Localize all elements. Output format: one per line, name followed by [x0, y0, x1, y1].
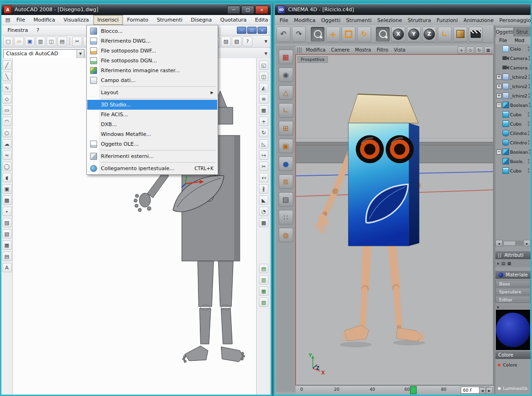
live-selection-button[interactable]	[311, 27, 325, 42]
menu-struttura[interactable]: Struttura	[405, 16, 434, 25]
channel-toggle-icon[interactable]: ●	[498, 386, 501, 390]
rotate-icon[interactable]: ↻	[259, 128, 268, 137]
render-view-button[interactable]	[469, 27, 483, 42]
expand-icon[interactable]: +	[496, 93, 502, 98]
material-panel-header[interactable]: Materiale	[495, 271, 531, 279]
lock-x-axis-button[interactable]: X	[391, 27, 405, 42]
circle-icon[interactable]: ○	[2, 128, 12, 137]
menu-oggetti[interactable]: Oggetti	[318, 16, 343, 25]
viewport-menu-vista[interactable]: Vista	[391, 46, 409, 53]
visibility-dots-icon[interactable]	[528, 56, 531, 60]
extend-icon[interactable]: ↤	[259, 173, 268, 182]
tree-item-boolean[interactable]: − Boolean	[495, 147, 531, 157]
tree-item-cilindro[interactable]: Cilindro	[495, 128, 531, 138]
current-tool-button[interactable]	[376, 27, 390, 42]
menu-item-oggetto-ole[interactable]: Oggetto OLE...	[87, 139, 217, 149]
texture-mode-icon[interactable]: ●	[279, 157, 293, 171]
layer-freeze-icon[interactable]: ▥	[259, 275, 268, 284]
channel-colore[interactable]: ● Colore	[495, 361, 531, 369]
menu-item-dxb[interactable]: DXB...	[87, 120, 217, 129]
material-preview[interactable]	[496, 310, 530, 350]
visibility-dots-icon[interactable]	[529, 149, 531, 154]
om-menu-file[interactable]: File	[495, 37, 511, 44]
visibility-dots-icon[interactable]	[528, 121, 531, 126]
ellipse-arc-icon[interactable]: ◖	[2, 173, 12, 182]
rectangle-icon[interactable]: ▭	[2, 105, 12, 115]
menu-item-riferimento-dwg[interactable]: Riferimento DWG...	[87, 36, 217, 46]
redo-button[interactable]: ↷	[292, 27, 306, 42]
make-block-icon[interactable]: ▩	[2, 195, 12, 205]
revision-cloud-icon[interactable]: ☁	[2, 139, 12, 149]
menu-strumenti[interactable]: Strumenti	[152, 15, 187, 25]
zoom-view-icon[interactable]: ◇	[466, 46, 474, 54]
visibility-dots-icon[interactable]	[528, 159, 531, 164]
layer-isolate-icon[interactable]: ▤	[259, 264, 268, 273]
collapse-icon[interactable]: −	[496, 149, 502, 155]
plot-preview-button[interactable]: ◫	[46, 37, 56, 46]
current-frame-marker[interactable]	[410, 386, 417, 394]
animation-timeline[interactable]: 0 20 40 60 80 60 F ▲ ▼ ◀ ▶	[296, 385, 494, 395]
preview-collapse-icon[interactable]: ▼	[497, 306, 499, 309]
scale-icon[interactable]: ◺	[259, 139, 268, 149]
polygon-icon[interactable]: ◇	[2, 94, 12, 104]
om-menu-modifica[interactable]: Mod	[511, 37, 528, 44]
tree-item-boole[interactable]: Boole.	[495, 157, 531, 166]
menu-item-raster-image[interactable]: Riferimento immagine raster...	[87, 66, 217, 75]
object-mode-icon[interactable]: ▣	[279, 139, 293, 153]
viewport-menu-modifica[interactable]: Modifica	[303, 46, 328, 53]
material-tab-editor[interactable]: Editor	[495, 296, 531, 303]
save-button[interactable]: ▣	[25, 37, 35, 46]
tree-item-cilindro[interactable]: Cilindro	[495, 138, 531, 147]
collapse-icon[interactable]: −	[496, 103, 502, 108]
menu-item-layout[interactable]: Layout ▶	[87, 88, 217, 97]
menu-quotatura[interactable]: Quotatura	[216, 15, 251, 25]
material-tab-speculare[interactable]: Speculare	[495, 288, 531, 295]
menu-animazione[interactable]: Animazione	[461, 16, 496, 25]
workspace-combobox[interactable]: Classica di AutoCAD ▼	[3, 49, 84, 59]
drag-handle-icon[interactable]	[297, 47, 302, 53]
render-active-view-icon[interactable]: ▦	[279, 50, 293, 64]
array-icon[interactable]: ▦	[259, 105, 268, 115]
chamfer-icon[interactable]: ◣	[259, 195, 268, 205]
mirror-icon[interactable]: ◭	[259, 83, 268, 92]
menu-item-collegamento-ipertestuale[interactable]: Collegamento ipertestuale... CTRL+K	[87, 164, 217, 173]
tree-item-boolean[interactable]: − Boolean	[495, 100, 531, 110]
menu-item-dgn-underlay[interactable]: File sottoposto DGN...	[87, 56, 217, 66]
visibility-dots-icon[interactable]	[528, 75, 531, 79]
combo-dropdown-icon[interactable]: ▼	[76, 50, 84, 58]
menu-help[interactable]: ?	[32, 25, 44, 35]
edges-mode-icon[interactable]: ◍	[279, 228, 293, 242]
stretch-icon[interactable]: ↦	[259, 150, 268, 160]
layer-off-icon[interactable]: ▦	[259, 286, 268, 296]
scroll-left-icon[interactable]: ◀	[495, 240, 502, 247]
viewport-menu-mostra[interactable]: Mostra	[352, 46, 374, 53]
tab-struttura[interactable]: Strut	[514, 27, 531, 37]
viewport-label[interactable]: Prospettiva	[297, 56, 328, 63]
make-editable-icon[interactable]: ◉	[279, 67, 293, 82]
workplane-mode-icon[interactable]: ⊞	[279, 121, 293, 135]
lock-z-axis-button[interactable]: Z	[422, 27, 436, 42]
object-manager-scrollbar[interactable]: ◀ ▶	[495, 240, 531, 247]
gradient-icon[interactable]: ▧	[2, 229, 12, 239]
menu-item-blocco[interactable]: Blocco...	[87, 26, 217, 36]
layer-lock-icon[interactable]: ▧	[259, 298, 268, 307]
drag-handle-icon[interactable]	[498, 253, 502, 258]
arc-icon[interactable]: ◠	[2, 117, 12, 126]
move-button[interactable]: +	[326, 27, 340, 42]
menu-item-campo-dati[interactable]: Campo dati...	[87, 75, 217, 85]
attr-expand-icon[interactable]: ▸	[497, 261, 500, 266]
rotate-button[interactable]: ↻	[357, 27, 371, 42]
coordinate-system-button[interactable]: ∟	[438, 27, 452, 42]
rotate-view-icon[interactable]: ↻	[475, 46, 483, 54]
menu-edita[interactable]: Edita	[251, 15, 273, 25]
mdi-minimize-button[interactable]: ─	[237, 27, 246, 34]
attr-lock-icon[interactable]: ▦	[507, 261, 511, 266]
uv-mode-icon[interactable]: ▨	[279, 192, 293, 207]
move-icon[interactable]: +	[259, 117, 268, 126]
lock-y-axis-button[interactable]: Y	[407, 27, 421, 42]
viewport-menu-camere[interactable]: Camere	[328, 46, 352, 53]
region-icon[interactable]: ▦	[2, 240, 12, 250]
visibility-dots-icon[interactable]	[529, 103, 531, 107]
menu-formato[interactable]: Formato	[123, 15, 153, 25]
markup-button[interactable]: ▧	[232, 37, 242, 46]
